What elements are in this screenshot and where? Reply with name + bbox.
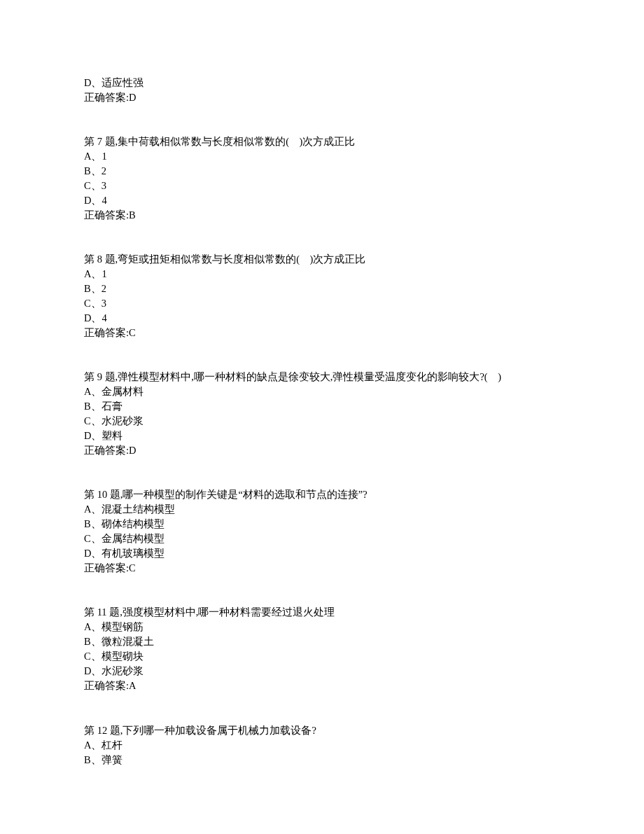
question-9: 第 9 题,弹性模型材料中,哪一种材料的缺点是徐变较大,弹性模量受温度变化的影响…: [84, 370, 560, 458]
option-d: D、4: [84, 193, 560, 208]
option-a: A、混凝土结构模型: [84, 502, 560, 517]
option-d: D、4: [84, 311, 560, 326]
answer-line: 正确答案:C: [84, 326, 560, 340]
option-a: A、杠杆: [84, 738, 560, 753]
option-d: D、适应性强: [84, 76, 560, 90]
answer-line: 正确答案:D: [84, 90, 560, 105]
document-page: D、适应性强 正确答案:D 第 7 题,集中荷载相似常数与长度相似常数的( )次…: [0, 0, 644, 834]
question-11: 第 11 题,强度模型材料中,哪一种材料需要经过退火处理 A、模型钢筋 B、微粒…: [84, 605, 560, 693]
question-text: 第 9 题,弹性模型材料中,哪一种材料的缺点是徐变较大,弹性模量受温度变化的影响…: [84, 370, 560, 384]
option-b: B、微粒混凝土: [84, 634, 560, 649]
option-b: B、石膏: [84, 399, 560, 414]
option-a: A、1: [84, 149, 560, 164]
answer-line: 正确答案:D: [84, 443, 560, 458]
option-b: B、2: [84, 282, 560, 296]
question-8: 第 8 题,弯矩或扭矩相似常数与长度相似常数的( )次方成正比 A、1 B、2 …: [84, 252, 560, 340]
option-b: B、弹簧: [84, 753, 560, 767]
option-d: D、塑料: [84, 429, 560, 443]
option-c: C、模型砌块: [84, 649, 560, 664]
answer-line: 正确答案:C: [84, 561, 560, 576]
option-c: C、3: [84, 296, 560, 311]
question-text: 第 8 题,弯矩或扭矩相似常数与长度相似常数的( )次方成正比: [84, 252, 560, 267]
question-7: 第 7 题,集中荷载相似常数与长度相似常数的( )次方成正比 A、1 B、2 C…: [84, 134, 560, 223]
option-d: D、有机玻璃模型: [84, 546, 560, 561]
question-10: 第 10 题,哪一种模型的制作关键是“材料的选取和节点的连接”? A、混凝土结构…: [84, 487, 560, 576]
question-text: 第 11 题,强度模型材料中,哪一种材料需要经过退火处理: [84, 605, 560, 620]
option-a: A、1: [84, 267, 560, 282]
answer-line: 正确答案:B: [84, 208, 560, 223]
option-b: B、砌体结构模型: [84, 517, 560, 531]
question-text: 第 12 题,下列哪一种加载设备属于机械力加载设备?: [84, 723, 560, 738]
orphan-block: D、适应性强 正确答案:D: [84, 76, 560, 105]
question-text: 第 7 题,集中荷载相似常数与长度相似常数的( )次方成正比: [84, 134, 560, 149]
option-c: C、3: [84, 179, 560, 193]
option-a: A、金属材料: [84, 384, 560, 399]
question-12: 第 12 题,下列哪一种加载设备属于机械力加载设备? A、杠杆 B、弹簧: [84, 723, 560, 767]
option-d: D、水泥砂浆: [84, 664, 560, 679]
question-text: 第 10 题,哪一种模型的制作关键是“材料的选取和节点的连接”?: [84, 487, 560, 502]
option-b: B、2: [84, 164, 560, 179]
option-c: C、水泥砂浆: [84, 414, 560, 429]
option-a: A、模型钢筋: [84, 620, 560, 634]
answer-line: 正确答案:A: [84, 679, 560, 693]
option-c: C、金属结构模型: [84, 531, 560, 546]
